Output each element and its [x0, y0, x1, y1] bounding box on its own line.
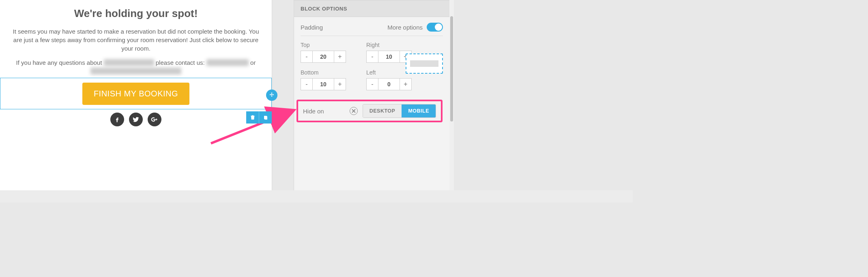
- redacted-text: XXXXXXXXXX: [206, 59, 249, 66]
- redacted-text: XXXXXXXXXXXXXXXXXXXXXX: [90, 68, 181, 75]
- canvas-gutter: [272, 0, 280, 202]
- hide-on-segmented: DESKTOP MOBILE: [363, 104, 436, 118]
- padding-top-stepper[interactable]: - +: [301, 51, 346, 63]
- duplicate-block-button[interactable]: [259, 111, 272, 124]
- padding-bottom-input[interactable]: [313, 78, 334, 90]
- more-options-label: More options: [387, 24, 423, 31]
- hide-on-row: Hide on DESKTOP MOBILE: [296, 100, 443, 122]
- social-row: [0, 113, 272, 126]
- more-options-toggle[interactable]: [427, 23, 443, 32]
- padding-right-label: Right: [366, 42, 420, 48]
- padding-top-label: Top: [301, 42, 354, 48]
- email-headline: We're holding your spot!: [12, 7, 260, 20]
- padding-bottom-stepper[interactable]: - +: [301, 78, 346, 90]
- padding-right-input[interactable]: [378, 51, 400, 63]
- padding-top-increment[interactable]: +: [334, 51, 346, 63]
- block-toolbar: [246, 111, 272, 124]
- selected-button-block[interactable]: FINISH MY BOOKING: [0, 78, 272, 109]
- panel-scrollbar[interactable]: [449, 0, 454, 202]
- padding-preview: [406, 53, 443, 74]
- padding-top-decrement[interactable]: -: [301, 51, 313, 63]
- padding-right-decrement[interactable]: -: [366, 51, 378, 63]
- email-paragraph-1: It seems you may have started to make a …: [12, 27, 260, 53]
- padding-bottom-label: Bottom: [301, 69, 354, 76]
- facebook-icon[interactable]: [110, 113, 124, 126]
- block-options-header: BLOCK OPTIONS: [294, 0, 449, 17]
- padding-top-input[interactable]: [313, 51, 334, 63]
- delete-block-button[interactable]: [246, 111, 259, 124]
- email-canvas: We're holding your spot! It seems you ma…: [0, 0, 272, 202]
- twitter-icon[interactable]: [129, 113, 143, 126]
- padding-right-stepper[interactable]: - +: [366, 51, 412, 63]
- padding-left-decrement[interactable]: -: [366, 78, 378, 90]
- hide-on-label: Hide on: [303, 108, 324, 115]
- panel-scroll-thumb[interactable]: [450, 16, 453, 121]
- bottom-strip: [0, 190, 633, 202]
- padding-bottom-increment[interactable]: +: [334, 78, 346, 90]
- clear-hide-on-button[interactable]: [350, 107, 358, 115]
- hide-on-mobile-button[interactable]: MOBILE: [402, 104, 436, 117]
- finish-booking-button[interactable]: FINISH MY BOOKING: [82, 83, 189, 105]
- google-plus-icon[interactable]: [148, 113, 161, 126]
- redacted-text: XXXXXXXXXXXX: [104, 59, 154, 66]
- hide-on-desktop-button[interactable]: DESKTOP: [363, 104, 402, 117]
- padding-left-input[interactable]: [378, 78, 400, 90]
- properties-panel: BLOCK OPTIONS Padding More options Top: [294, 0, 454, 202]
- email-paragraph-2: If you have any questions about XXXXXXXX…: [12, 58, 260, 75]
- move-handle-icon[interactable]: [266, 89, 277, 101]
- padding-label: Padding: [301, 24, 323, 31]
- padding-left-increment[interactable]: +: [400, 78, 412, 90]
- padding-left-stepper[interactable]: - +: [366, 78, 412, 90]
- padding-bottom-decrement[interactable]: -: [301, 78, 313, 90]
